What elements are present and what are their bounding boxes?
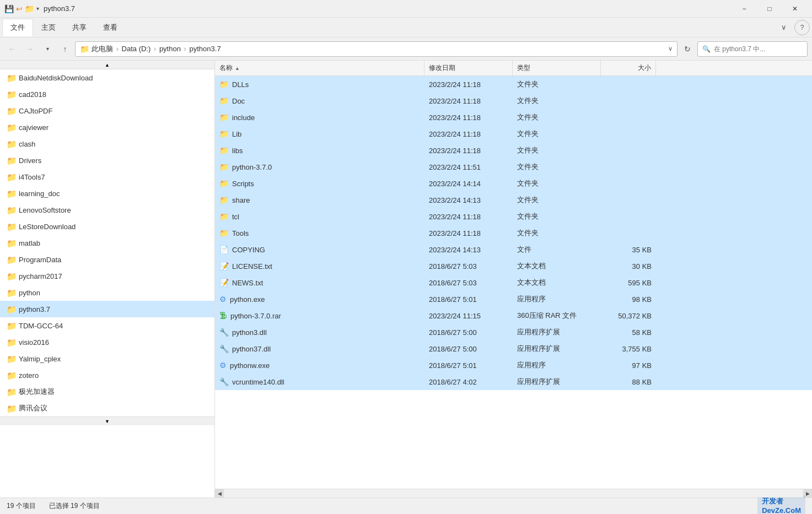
title-bar-icons: 💾 ↩ 📁 ▾ [4, 4, 39, 13]
quick-undo-icon[interactable]: ↩ [16, 4, 23, 13]
table-row[interactable]: 📁 libs 2023/2/24 11:18 文件夹 [215, 142, 812, 159]
table-row[interactable]: 📁 DLLs 2023/2/24 11:18 文件夹 [215, 76, 812, 93]
sidebar-item[interactable]: 📁cajviewer [0, 119, 214, 136]
folder-icon: 📁 [7, 73, 15, 82]
help-button[interactable]: ? [794, 20, 810, 35]
sidebar-item-label: 腾讯会议 [19, 403, 47, 413]
table-row[interactable]: 🔧 vcruntime140.dll 2018/6/27 4:02 应用程序扩展… [215, 374, 812, 390]
address-dropdown-arrow[interactable]: ∨ [668, 45, 673, 52]
file-cell-size: 88 KB [601, 378, 656, 386]
horizontal-scrollbar[interactable]: ◀ ▶ [215, 489, 812, 497]
file-name: python37.dll [232, 345, 271, 353]
sidebar-item[interactable]: 📁cad2018 [0, 86, 214, 102]
file-cell-size: 3,755 KB [601, 345, 656, 353]
table-row[interactable]: 🔧 python3.dll 2018/6/27 5:00 应用程序扩展 58 K… [215, 324, 812, 340]
sidebar-item[interactable]: 📁python [0, 284, 214, 301]
sidebar-item-label: ProgramData [19, 256, 61, 264]
file-name: LICENSE.txt [232, 262, 272, 270]
table-row[interactable]: 🔧 python37.dll 2018/6/27 5:00 应用程序扩展 3,7… [215, 340, 812, 357]
quick-save-icon[interactable]: 💾 [4, 4, 14, 13]
address-part-python37[interactable]: python3.7 [190, 45, 221, 53]
sidebar-item[interactable]: 📁pycharm2017 [0, 268, 214, 284]
table-row[interactable]: 📁 share 2023/2/24 14:13 文件夹 [215, 192, 812, 208]
folder-icon: 📁 [7, 305, 15, 313]
address-part-python[interactable]: python [159, 45, 181, 53]
dropdown-arrow[interactable]: ▾ [36, 6, 39, 12]
sidebar-scroll-up[interactable]: ▲ [0, 61, 214, 69]
table-row[interactable]: 📁 Tools 2023/2/24 11:18 文件夹 [215, 225, 812, 241]
sidebar-item[interactable]: 📁腾讯会议 [0, 400, 214, 416]
table-row[interactable]: 📁 include 2023/2/24 11:18 文件夹 [215, 109, 812, 126]
forward-button[interactable]: → [22, 41, 37, 57]
file-cell-size: 50,372 KB [601, 312, 656, 320]
table-row[interactable]: 📁 Scripts 2023/2/24 14:14 文件夹 [215, 175, 812, 192]
folder-icon: 📁 [7, 205, 15, 214]
sidebar-item[interactable]: 📁BaiduNetdiskDownload [0, 69, 214, 86]
refresh-button[interactable]: ↻ [680, 41, 695, 57]
sidebar-item[interactable]: 📁python3.7 [0, 301, 214, 317]
sidebar-item[interactable]: 📁极光加速器 [0, 383, 214, 400]
table-row[interactable]: 📄 COPYING 2023/2/24 14:13 文件 35 KB [215, 241, 812, 258]
file-cell-name: 🔧 python37.dll [215, 344, 424, 353]
address-bar[interactable]: 📁 此电脑 › Data (D:) › python › python3.7 ∨ [75, 41, 677, 57]
file-list-header: 名称 ▲ 修改日期 类型 大小 [215, 61, 812, 76]
file-cell-name: 📁 tcl [215, 212, 424, 221]
table-row[interactable]: ⚙ pythonw.exe 2018/6/27 5:01 应用程序 97 KB [215, 357, 812, 374]
search-input[interactable] [714, 45, 803, 53]
minimize-button[interactable]: − [732, 0, 757, 18]
file-icon: 🔧 [219, 328, 229, 337]
file-cell-type: 文件夹 [513, 228, 601, 238]
back-button[interactable]: ← [4, 41, 20, 57]
h-scroll-track[interactable] [224, 489, 803, 497]
sidebar-item[interactable]: 📁TDM-GCC-64 [0, 317, 214, 334]
folder-icon: 📁 [7, 338, 15, 347]
address-part-drive[interactable]: Data (D:) [122, 45, 151, 53]
table-row[interactable]: 📁 python-3.7.0 2023/2/24 11:51 文件夹 [215, 159, 812, 175]
folder-icon: 📁 [7, 172, 15, 181]
file-cell-size: 30 KB [601, 262, 656, 270]
address-sep-2: › [154, 45, 158, 53]
sidebar-item[interactable]: 📁Drivers [0, 152, 214, 169]
col-header-date[interactable]: 修改日期 [424, 61, 513, 75]
h-scroll-left[interactable]: ◀ [215, 489, 224, 498]
sidebar-item[interactable]: 📁visio2016 [0, 334, 214, 350]
sidebar-item[interactable]: 📁matlab [0, 235, 214, 251]
col-header-name[interactable]: 名称 ▲ [215, 61, 424, 75]
menu-tab-share[interactable]: 共享 [64, 19, 95, 36]
table-row[interactable]: 📁 tcl 2023/2/24 11:18 文件夹 [215, 208, 812, 225]
file-name: DLLs [232, 80, 249, 89]
quick-redo-icon[interactable]: 📁 [25, 4, 34, 13]
table-row[interactable]: 📝 NEWS.txt 2018/6/27 5:03 文本文档 595 KB [215, 274, 812, 291]
sidebar-item[interactable]: 📁CAJtoPDF [0, 102, 214, 119]
table-row[interactable]: 📝 LICENSE.txt 2018/6/27 5:03 文本文档 30 KB [215, 258, 812, 274]
sidebar-item[interactable]: 📁ProgramData [0, 251, 214, 268]
sidebar-item[interactable]: 📁LeStoreDownload [0, 218, 214, 235]
sidebar-item[interactable]: 📁i4Tools7 [0, 169, 214, 185]
sidebar-scroll-down[interactable]: ▼ [0, 416, 214, 425]
sidebar-item[interactable]: 📁zotero [0, 367, 214, 383]
maximize-button[interactable]: □ [757, 0, 782, 18]
table-row[interactable]: ⚙ python.exe 2018/6/27 5:01 应用程序 98 KB [215, 291, 812, 307]
file-icon: 📄 [219, 245, 229, 254]
sidebar-item[interactable]: 📁learning_doc [0, 185, 214, 202]
sidebar-item-label: learning_doc [19, 190, 60, 198]
menu-expand-button[interactable]: ∨ [776, 20, 792, 35]
sidebar-item[interactable]: 📁LenovoSoftstore [0, 202, 214, 218]
menu-tab-view[interactable]: 查看 [95, 19, 126, 36]
sidebar-item[interactable]: 📁Yalmip_cplex [0, 350, 214, 367]
search-box[interactable]: 🔍 [697, 41, 808, 57]
close-button[interactable]: ✕ [782, 0, 808, 18]
folder-icon: 📁 [7, 123, 15, 132]
recent-locations-button[interactable]: ▾ [40, 41, 55, 57]
col-header-type[interactable]: 类型 [513, 61, 601, 75]
table-row[interactable]: 🗜 python-3.7.0.rar 2023/2/24 11:15 360压缩… [215, 307, 812, 324]
table-row[interactable]: 📁 Lib 2023/2/24 11:18 文件夹 [215, 126, 812, 142]
up-button[interactable]: ↑ [57, 41, 73, 57]
sidebar-item[interactable]: 📁clash [0, 136, 214, 152]
table-row[interactable]: 📁 Doc 2023/2/24 11:18 文件夹 [215, 93, 812, 109]
menu-tab-file[interactable]: 文件 [2, 19, 33, 36]
folder-icon: 📁 [7, 404, 15, 413]
address-part-computer[interactable]: 此电脑 [92, 45, 113, 53]
menu-tab-home[interactable]: 主页 [33, 19, 64, 36]
col-header-size[interactable]: 大小 [601, 61, 656, 75]
